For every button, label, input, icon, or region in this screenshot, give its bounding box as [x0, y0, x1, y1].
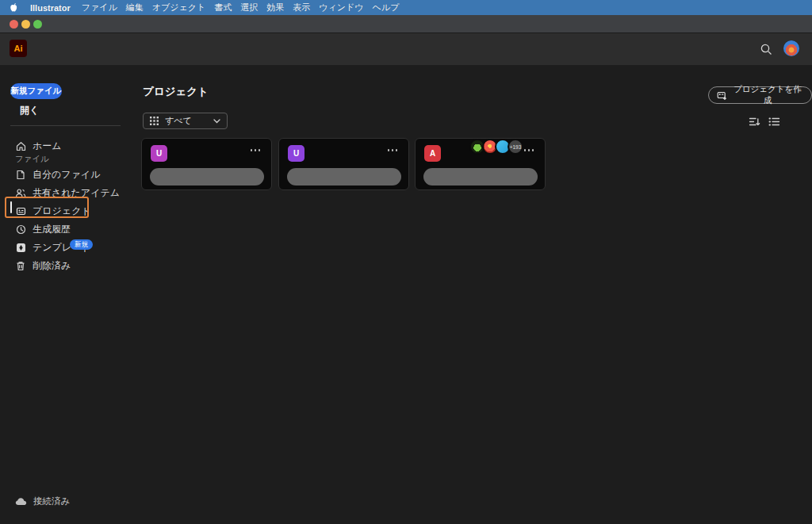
filter-selected-value: すべて — [165, 115, 192, 127]
annotation-highlight-box — [5, 197, 89, 218]
cloud-icon — [15, 497, 27, 506]
project-card[interactable]: U — [141, 138, 272, 190]
history-clock-icon — [15, 224, 26, 235]
search-icon[interactable] — [758, 41, 774, 57]
more-options-icon[interactable] — [251, 149, 261, 151]
menu-item-window[interactable]: ウィンドウ — [319, 2, 363, 13]
project-card[interactable]: A +193 — [415, 138, 546, 190]
new-badge: 新規 — [70, 239, 93, 250]
project-name-redacted — [287, 168, 401, 186]
sidebar-item-label: 削除済み — [33, 259, 71, 273]
apple-logo-icon[interactable] — [9, 2, 18, 13]
menu-item-edit[interactable]: 編集 — [126, 2, 144, 13]
open-button[interactable]: 開く — [20, 104, 39, 117]
window-title-bar[interactable] — [0, 15, 812, 33]
menu-item-help[interactable]: ヘルプ — [373, 2, 400, 13]
connection-status-label: 接続済み — [33, 495, 70, 507]
macos-menu-bar: Illustrator ファイル 編集 オブジェクト 書式 選択 効果 表示 ウ… — [0, 0, 812, 15]
sidebar-item-home[interactable]: ホーム — [15, 140, 62, 152]
project-badge: U — [151, 145, 167, 162]
sidebar-item-my-files[interactable]: 自分のファイル — [15, 168, 100, 181]
sidebar-item-deleted[interactable]: 削除済み — [15, 259, 71, 272]
create-project-button[interactable]: プロジェクトを作成 — [708, 86, 812, 104]
list-view-icon[interactable] — [768, 116, 781, 128]
sidebar-item-label: 自分のファイル — [33, 168, 100, 182]
menu-item-view[interactable]: 表示 — [293, 2, 310, 13]
zoom-window-button[interactable] — [33, 20, 42, 29]
menu-item-illustrator[interactable]: Illustrator — [30, 3, 71, 13]
create-project-icon — [717, 90, 727, 101]
menu-item-file[interactable]: ファイル — [82, 2, 117, 13]
menu-item-object[interactable]: オブジェクト — [152, 2, 206, 13]
sidebar-item-label: ホーム — [33, 140, 62, 153]
sidebar-section-files: ファイル — [15, 154, 49, 165]
template-icon — [15, 242, 26, 253]
more-options-icon[interactable] — [524, 149, 534, 151]
grid-view-icon — [150, 117, 159, 125]
filter-dropdown[interactable]: すべて — [143, 113, 228, 129]
minimize-window-button[interactable] — [21, 20, 30, 29]
menu-item-effect[interactable]: 効果 — [266, 2, 284, 13]
more-options-icon[interactable] — [388, 149, 398, 151]
connection-status: 接続済み — [15, 495, 70, 507]
new-file-button[interactable]: 新規ファイル — [10, 83, 62, 99]
collaborator-overflow-count: +193 — [508, 139, 523, 155]
menu-item-type[interactable]: 書式 — [214, 2, 232, 13]
project-badge: U — [288, 145, 304, 162]
project-badge: A — [424, 145, 441, 162]
document-icon — [15, 169, 26, 180]
project-card[interactable]: U — [278, 138, 409, 190]
sidebar-divider — [10, 125, 121, 126]
create-project-label: プロジェクトを作成 — [732, 84, 803, 106]
sidebar-item-label: 生成履歴 — [33, 223, 71, 236]
menu-item-select[interactable]: 選択 — [240, 2, 258, 13]
page-title: プロジェクト — [143, 85, 209, 99]
sort-order-icon[interactable] — [749, 116, 761, 128]
project-name-redacted — [423, 168, 538, 186]
illustrator-logo: Ai — [10, 40, 27, 57]
project-name-redacted — [150, 168, 264, 186]
close-window-button[interactable] — [10, 20, 18, 29]
trash-icon — [15, 260, 26, 271]
chevron-down-icon — [213, 119, 220, 124]
sidebar-item-generation-history[interactable]: 生成履歴 — [15, 223, 71, 235]
app-header: Ai — [0, 33, 812, 65]
user-avatar[interactable] — [783, 40, 799, 56]
home-icon — [15, 140, 26, 151]
